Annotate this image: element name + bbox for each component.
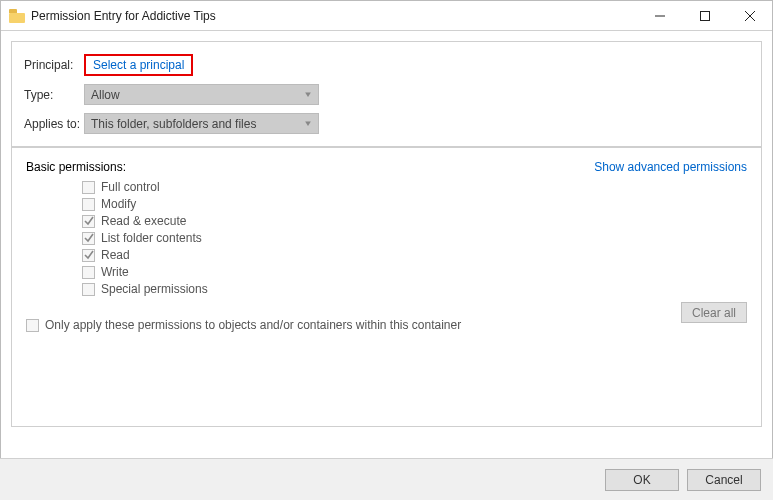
permission-label: Read xyxy=(101,248,130,262)
principal-panel: Principal: Select a principal Type: Allo… xyxy=(11,41,762,147)
permission-read[interactable]: Read xyxy=(82,248,747,262)
svg-rect-1 xyxy=(700,11,709,20)
permission-label: Write xyxy=(101,265,129,279)
chevron-down-icon: ▼ xyxy=(303,90,313,99)
title-bar: Permission Entry for Addictive Tips xyxy=(1,1,772,31)
permission-label: List folder contents xyxy=(101,231,202,245)
permission-special[interactable]: Special permissions xyxy=(82,282,747,296)
principal-label: Principal: xyxy=(24,58,84,72)
type-value: Allow xyxy=(91,88,120,102)
permission-modify[interactable]: Modify xyxy=(82,197,747,211)
checkbox[interactable] xyxy=(82,215,95,228)
minimize-icon xyxy=(655,11,665,21)
permission-label: Special permissions xyxy=(101,282,208,296)
only-apply-label: Only apply these permissions to objects … xyxy=(45,318,461,332)
permission-list-folder[interactable]: List folder contents xyxy=(82,231,747,245)
checkbox[interactable] xyxy=(82,266,95,279)
type-row: Type: Allow ▼ xyxy=(24,84,749,105)
close-button[interactable] xyxy=(727,1,772,30)
checkbox[interactable] xyxy=(82,283,95,296)
folder-icon xyxy=(9,9,25,23)
checkbox[interactable] xyxy=(26,319,39,332)
close-icon xyxy=(745,11,755,21)
permission-read-execute[interactable]: Read & execute xyxy=(82,214,747,228)
applies-to-value: This folder, subfolders and files xyxy=(91,117,256,131)
type-label: Type: xyxy=(24,88,84,102)
maximize-button[interactable] xyxy=(682,1,727,30)
permission-full-control[interactable]: Full control xyxy=(82,180,747,194)
permissions-panel: Basic permissions: Show advanced permiss… xyxy=(11,147,762,427)
permission-label: Modify xyxy=(101,197,136,211)
chevron-down-icon: ▼ xyxy=(303,119,313,128)
minimize-button[interactable] xyxy=(637,1,682,30)
permissions-list: Full control Modify Read & execute List … xyxy=(82,180,747,296)
checkbox[interactable] xyxy=(82,232,95,245)
dialog-footer: OK Cancel xyxy=(0,458,773,500)
basic-permissions-heading: Basic permissions: xyxy=(26,160,126,174)
permission-label: Read & execute xyxy=(101,214,186,228)
clear-all-button[interactable]: Clear all xyxy=(681,302,747,323)
select-principal-highlight: Select a principal xyxy=(84,54,193,76)
applies-to-label: Applies to: xyxy=(24,117,84,131)
only-apply-row[interactable]: Only apply these permissions to objects … xyxy=(26,318,747,332)
dialog-body: Principal: Select a principal Type: Allo… xyxy=(1,31,772,437)
window-title: Permission Entry for Addictive Tips xyxy=(31,9,637,23)
applies-to-row: Applies to: This folder, subfolders and … xyxy=(24,113,749,134)
checkbox[interactable] xyxy=(82,198,95,211)
applies-to-dropdown[interactable]: This folder, subfolders and files ▼ xyxy=(84,113,319,134)
checkbox[interactable] xyxy=(82,181,95,194)
show-advanced-permissions-link[interactable]: Show advanced permissions xyxy=(594,160,747,174)
select-principal-link[interactable]: Select a principal xyxy=(89,58,188,72)
ok-button[interactable]: OK xyxy=(605,469,679,491)
checkbox[interactable] xyxy=(82,249,95,262)
permissions-header: Basic permissions: Show advanced permiss… xyxy=(26,160,747,174)
maximize-icon xyxy=(700,11,710,21)
permission-label: Full control xyxy=(101,180,160,194)
type-dropdown[interactable]: Allow ▼ xyxy=(84,84,319,105)
permission-write[interactable]: Write xyxy=(82,265,747,279)
cancel-button[interactable]: Cancel xyxy=(687,469,761,491)
principal-row: Principal: Select a principal xyxy=(24,54,749,76)
